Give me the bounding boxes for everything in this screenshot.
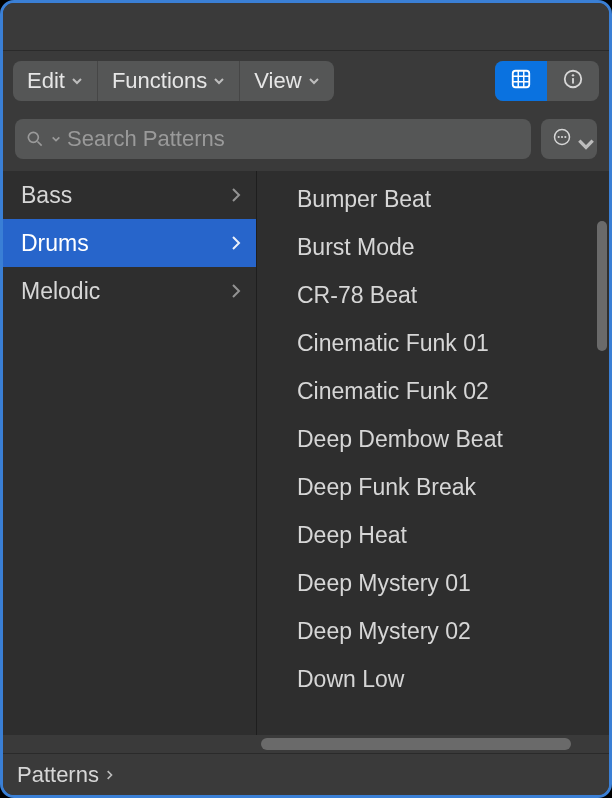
pattern-item[interactable]: Down Low bbox=[257, 655, 609, 703]
view-menu-label: View bbox=[254, 68, 301, 94]
svg-point-8 bbox=[28, 132, 38, 142]
search-input[interactable] bbox=[67, 126, 521, 152]
edit-menu[interactable]: Edit bbox=[13, 61, 98, 101]
chevron-down-icon bbox=[71, 75, 83, 87]
pattern-label: Cinematic Funk 01 bbox=[297, 330, 489, 357]
pattern-label: Deep Mystery 01 bbox=[297, 570, 471, 597]
ellipsis-circle-icon bbox=[552, 127, 572, 151]
pattern-item[interactable]: Cinematic Funk 01 bbox=[257, 319, 609, 367]
category-column: Bass Drums Melodic bbox=[3, 171, 257, 735]
svg-point-12 bbox=[561, 136, 563, 138]
chevron-right-icon bbox=[230, 282, 242, 300]
pattern-label: Burst Mode bbox=[297, 234, 415, 261]
horizontal-scroll-area bbox=[3, 735, 609, 753]
svg-point-13 bbox=[564, 136, 566, 138]
pattern-label: Deep Dembow Beat bbox=[297, 426, 503, 453]
pattern-item[interactable]: Deep Funk Break bbox=[257, 463, 609, 511]
functions-menu-label: Functions bbox=[112, 68, 207, 94]
svg-point-11 bbox=[558, 136, 560, 138]
breadcrumb-label[interactable]: Patterns bbox=[17, 762, 99, 788]
chevron-down-icon bbox=[576, 134, 586, 144]
pattern-label: Deep Funk Break bbox=[297, 474, 476, 501]
pattern-column: Bumper Beat Burst Mode CR-78 Beat Cinema… bbox=[257, 171, 609, 735]
pattern-item[interactable]: CR-78 Beat bbox=[257, 271, 609, 319]
pattern-item[interactable]: Cinematic Funk 02 bbox=[257, 367, 609, 415]
svg-point-6 bbox=[572, 74, 574, 76]
vertical-scrollbar[interactable] bbox=[597, 221, 607, 351]
breadcrumb-footer: Patterns bbox=[3, 753, 609, 795]
pattern-item[interactable]: Deep Mystery 01 bbox=[257, 559, 609, 607]
search-icon bbox=[25, 129, 45, 149]
chevron-right-icon bbox=[230, 186, 242, 204]
category-row-bass[interactable]: Bass bbox=[3, 171, 256, 219]
chevron-down-icon bbox=[308, 75, 320, 87]
toolbar-right bbox=[495, 61, 599, 101]
category-row-melodic[interactable]: Melodic bbox=[3, 267, 256, 315]
chevron-right-icon bbox=[230, 234, 242, 252]
window-titlebar bbox=[3, 3, 609, 51]
grid-view-button[interactable] bbox=[495, 61, 547, 101]
pattern-list: Bumper Beat Burst Mode CR-78 Beat Cinema… bbox=[257, 171, 609, 703]
chevron-down-icon[interactable] bbox=[51, 134, 61, 144]
chevron-down-icon bbox=[213, 75, 225, 87]
pattern-item[interactable]: Deep Dembow Beat bbox=[257, 415, 609, 463]
pattern-label: Cinematic Funk 02 bbox=[297, 378, 489, 405]
view-menu[interactable]: View bbox=[240, 61, 333, 101]
pattern-label: Bumper Beat bbox=[297, 186, 431, 213]
edit-menu-label: Edit bbox=[27, 68, 65, 94]
menu-segment: Edit Functions View bbox=[13, 61, 334, 101]
pattern-label: Down Low bbox=[297, 666, 404, 693]
grid-icon bbox=[510, 68, 532, 94]
svg-rect-7 bbox=[572, 78, 574, 84]
info-button[interactable] bbox=[547, 61, 599, 101]
functions-menu[interactable]: Functions bbox=[98, 61, 240, 101]
chevron-right-icon bbox=[105, 768, 115, 782]
horizontal-scrollbar[interactable] bbox=[261, 738, 571, 750]
pattern-label: CR-78 Beat bbox=[297, 282, 417, 309]
category-row-drums[interactable]: Drums bbox=[3, 219, 256, 267]
search-row bbox=[3, 111, 609, 171]
pattern-item[interactable]: Deep Mystery 02 bbox=[257, 607, 609, 655]
pattern-label: Deep Mystery 02 bbox=[297, 618, 471, 645]
info-icon bbox=[562, 68, 584, 94]
category-label: Melodic bbox=[21, 278, 100, 305]
pattern-item[interactable]: Deep Heat bbox=[257, 511, 609, 559]
category-label: Drums bbox=[21, 230, 89, 257]
right-segment bbox=[495, 61, 599, 101]
pattern-item[interactable]: Burst Mode bbox=[257, 223, 609, 271]
search-box[interactable] bbox=[15, 119, 531, 159]
browser-columns: Bass Drums Melodic Bumper Beat bbox=[3, 171, 609, 735]
pattern-item[interactable]: Bumper Beat bbox=[257, 175, 609, 223]
pattern-label: Deep Heat bbox=[297, 522, 407, 549]
category-label: Bass bbox=[21, 182, 72, 209]
svg-rect-0 bbox=[513, 71, 530, 88]
more-menu-button[interactable] bbox=[541, 119, 597, 159]
pattern-browser-window: Edit Functions View bbox=[0, 0, 612, 798]
toolbar: Edit Functions View bbox=[3, 51, 609, 111]
svg-line-9 bbox=[38, 142, 42, 146]
